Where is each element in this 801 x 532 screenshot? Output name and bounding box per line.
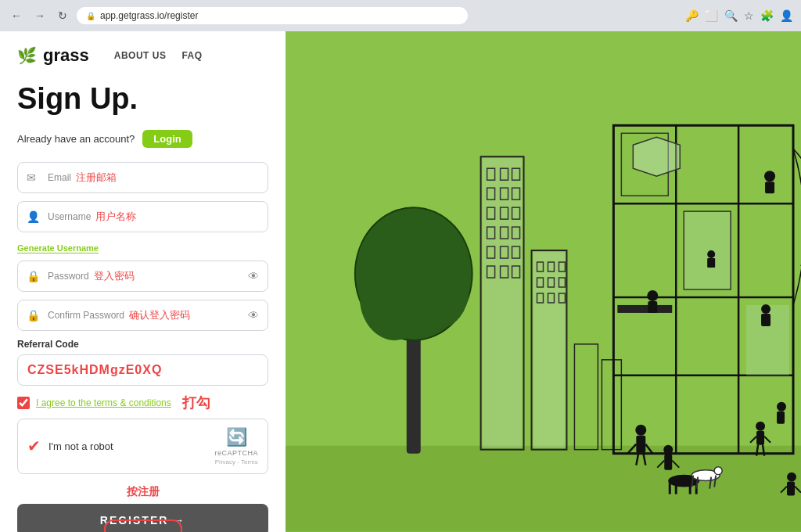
url-bar[interactable]: 🔒 app.getgrass.io/register — [77, 7, 468, 24]
profile-icon[interactable]: 👤 — [780, 9, 793, 22]
svg-point-88 — [787, 473, 796, 482]
svg-point-73 — [714, 467, 722, 475]
email-icon: ✉ — [27, 171, 36, 184]
terms-annotation: 打勾 — [182, 394, 210, 412]
terms-text[interactable]: I agree to the terms & conditions — [36, 397, 171, 408]
back-button[interactable]: ← — [8, 6, 25, 25]
svg-rect-89 — [787, 482, 795, 496]
login-button[interactable]: Login — [142, 130, 192, 148]
svg-point-51 — [707, 250, 715, 258]
confirm-password-toggle-icon[interactable]: 👁 — [248, 309, 259, 322]
svg-point-48 — [647, 290, 658, 301]
terms-checkbox[interactable] — [17, 397, 30, 409]
recaptcha-brand: reCAPTCHA — [214, 449, 258, 457]
nav-about-us[interactable]: ABOUT US — [114, 50, 167, 61]
svg-marker-46 — [633, 137, 680, 176]
svg-rect-87 — [765, 182, 774, 193]
svg-point-5 — [407, 250, 469, 329]
referral-label: Referral Code — [17, 339, 268, 350]
email-field-display[interactable]: Email 注册邮箱 — [17, 162, 268, 193]
recaptcha-icon: 🔄 — [226, 427, 247, 448]
svg-rect-50 — [684, 211, 731, 289]
captcha-left: ✔ I'm not a robot — [27, 437, 113, 455]
svg-point-78 — [756, 422, 765, 431]
captcha-logo: 🔄 reCAPTCHA Privacy - Terms — [214, 427, 258, 466]
refresh-button[interactable]: ↻ — [55, 6, 70, 25]
forward-button[interactable]: → — [31, 6, 48, 25]
email-value: 注册邮箱 — [76, 171, 258, 185]
zoom-icon[interactable]: 🔍 — [724, 9, 738, 22]
svg-rect-27 — [533, 252, 566, 448]
svg-point-84 — [777, 402, 786, 412]
username-label: Username — [48, 211, 91, 222]
captcha-widget[interactable]: ✔ I'm not a robot 🔄 reCAPTCHA Privacy - … — [17, 419, 268, 474]
confirm-password-field-group: 🔒 Confirm Password 确认登入密码 👁 — [17, 300, 268, 331]
form-area: Sign Up. Already have an account? Login … — [0, 75, 286, 532]
email-label: Email — [48, 172, 71, 183]
username-value: 用户名称 — [95, 210, 258, 224]
password-label: Password — [48, 271, 89, 282]
browser-toolbar: 🔑 ⬜ 🔍 ☆ 🧩 👤 — [685, 9, 793, 22]
url-text: app.getgrass.io/register — [100, 10, 198, 21]
confirm-password-field-display[interactable]: Confirm Password 确认登入密码 — [17, 300, 268, 331]
register-ring-indicator — [104, 519, 182, 532]
svg-rect-1 — [286, 446, 801, 532]
logo: 🌿 grass — [17, 45, 89, 66]
svg-rect-85 — [777, 412, 785, 424]
svg-point-54 — [761, 304, 770, 314]
page-wrapper: 🌿 grass ABOUT US FAQ Sign Up. Already ha… — [0, 31, 801, 532]
captcha-checkmark-icon: ✔ — [27, 437, 41, 455]
lock-icon: 🔒 — [86, 12, 95, 20]
password-value: 登入密码 — [94, 269, 258, 283]
nav-header: 🌿 grass ABOUT US FAQ — [0, 31, 286, 75]
confirm-password-value: 确认登入密码 — [129, 308, 258, 322]
bookmark-icon[interactable]: ☆ — [744, 9, 754, 22]
account-prompt: Already have an account? — [17, 133, 135, 145]
svg-rect-69 — [664, 455, 672, 470]
password-field-display[interactable]: Password 登入密码 — [17, 261, 268, 292]
svg-rect-7 — [483, 158, 523, 448]
svg-rect-79 — [756, 431, 764, 445]
svg-point-86 — [764, 171, 775, 182]
svg-point-68 — [663, 445, 673, 455]
email-field-group: ✉ Email 注册邮箱 — [17, 162, 268, 193]
recaptcha-links: Privacy - Terms — [215, 458, 258, 466]
confirm-password-label: Confirm Password — [48, 310, 124, 321]
logo-icon: 🌿 — [17, 46, 37, 65]
account-row: Already have an account? Login — [17, 130, 268, 148]
captcha-label: I'm not a robot — [48, 440, 113, 452]
generate-username-button[interactable]: Generate Username — [17, 243, 99, 253]
nav-faq[interactable]: FAQ — [181, 50, 202, 61]
right-panel-illustration — [286, 31, 801, 532]
browser-chrome: ← → ↻ 🔒 app.getgrass.io/register 🔑 ⬜ 🔍 ☆… — [0, 0, 801, 31]
left-panel: 🌿 grass ABOUT US FAQ Sign Up. Already ha… — [0, 31, 286, 532]
logo-text: grass — [43, 45, 89, 66]
svg-rect-52 — [707, 258, 715, 268]
password-field-group: 🔒 Password 登入密码 👁 — [17, 261, 268, 292]
register-button[interactable]: REGISTER → — [17, 504, 268, 532]
lock-icon: 🔒 — [27, 270, 40, 282]
user-icon: 👤 — [27, 210, 40, 223]
page-title: Sign Up. — [17, 83, 268, 116]
svg-rect-49 — [648, 301, 657, 313]
city-illustration — [286, 31, 801, 532]
svg-rect-63 — [636, 436, 645, 453]
nav-links: ABOUT US FAQ — [114, 50, 203, 61]
svg-rect-55 — [761, 314, 770, 326]
extension-icon[interactable]: 🧩 — [760, 9, 774, 22]
username-field-display[interactable]: Username 用户名称 — [17, 201, 268, 232]
tab-icon[interactable]: ⬜ — [705, 9, 718, 22]
password-toggle-icon[interactable]: 👁 — [248, 270, 259, 282]
referral-input[interactable] — [17, 354, 268, 386]
svg-rect-47 — [617, 305, 672, 313]
terms-row: I agree to the terms & conditions 打勾 — [17, 394, 268, 412]
username-field-group: 👤 Username 用户名称 — [17, 201, 268, 232]
svg-point-62 — [635, 425, 646, 436]
key-icon[interactable]: 🔑 — [685, 9, 699, 22]
lock-confirm-icon: 🔒 — [27, 309, 40, 322]
referral-section: Referral Code — [17, 339, 268, 386]
register-annotation: 按注册 — [17, 485, 268, 499]
